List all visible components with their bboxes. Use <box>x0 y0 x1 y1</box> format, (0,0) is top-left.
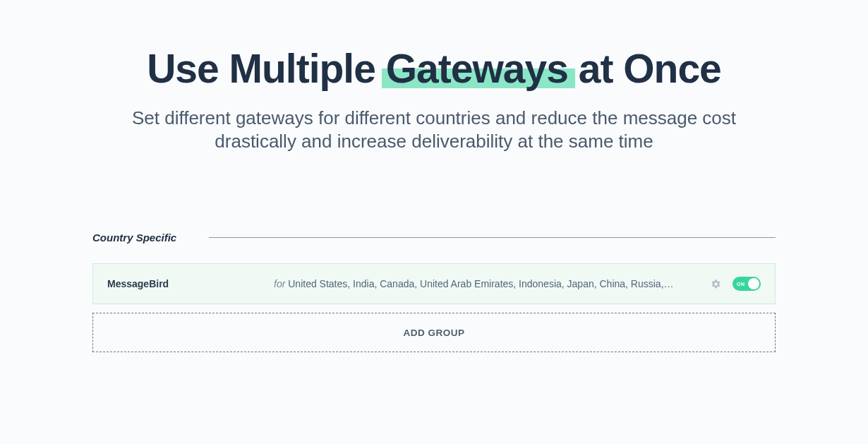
section-divider <box>209 237 776 238</box>
section-header: Country Specific <box>92 232 776 244</box>
gear-icon[interactable] <box>711 279 721 289</box>
add-group-button[interactable]: ADD GROUP <box>92 313 776 352</box>
heading-highlight-wrap: Gateways <box>386 47 568 91</box>
gateway-countries-list: United States, India, Canada, United Ara… <box>285 278 676 289</box>
section-title: Country Specific <box>92 232 176 244</box>
gateways-panel: Country Specific MessageBird for United … <box>92 232 776 352</box>
gateway-name: MessageBird <box>107 278 274 289</box>
gateway-for-label: for <box>274 278 285 289</box>
gateway-countries: for United States, India, Canada, United… <box>274 278 676 289</box>
heading-pre: Use Multiple <box>147 46 386 91</box>
gateway-actions: ON <box>711 277 761 291</box>
heading-highlight: Gateways <box>386 46 568 91</box>
gateway-toggle[interactable]: ON <box>733 277 761 291</box>
page-subtitle: Set different gateways for different cou… <box>102 107 766 155</box>
toggle-knob <box>748 278 759 289</box>
page-title: Use Multiple Gateways at Once <box>0 47 868 91</box>
add-group-label: ADD GROUP <box>403 328 464 338</box>
heading-post: at Once <box>568 46 721 91</box>
gateway-row[interactable]: MessageBird for United States, India, Ca… <box>92 263 776 304</box>
toggle-state-label: ON <box>737 282 745 287</box>
